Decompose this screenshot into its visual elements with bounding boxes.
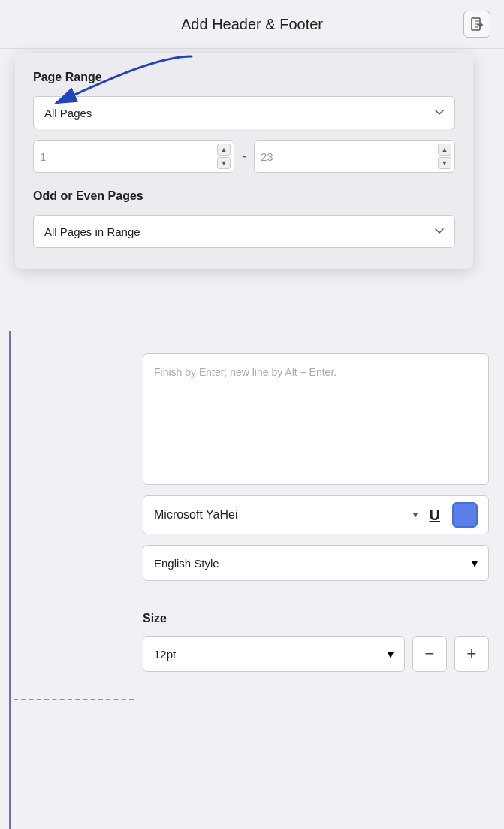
popup-panel: Page Range All Pages Custom Range ▲ ▼ - …	[15, 53, 473, 269]
style-label[interactable]: English Style	[154, 557, 472, 570]
size-section-label: Size	[143, 612, 489, 625]
size-increase-button[interactable]: +	[454, 636, 489, 672]
range-row: ▲ ▼ - ▲ ▼	[33, 140, 455, 173]
export-icon	[469, 17, 484, 32]
size-row: 12pt ▾ − +	[143, 636, 489, 672]
divider	[143, 595, 489, 595]
range-to-up[interactable]: ▲	[438, 144, 451, 156]
font-row: Microsoft YaHei ▾ U	[143, 495, 489, 534]
color-swatch-button[interactable]	[452, 502, 478, 528]
range-from-down[interactable]: ▼	[217, 157, 231, 169]
page-range-dropdown[interactable]: All Pages Custom Range	[33, 96, 455, 129]
dash-separator	[14, 699, 134, 700]
range-from-field[interactable]	[40, 150, 228, 163]
range-to-field[interactable]	[261, 150, 448, 163]
range-separator: -	[242, 149, 246, 165]
odd-even-dropdown[interactable]: All Pages in Range Odd Pages Only Even P…	[33, 215, 455, 248]
left-border	[9, 331, 11, 829]
font-name-label[interactable]: Microsoft YaHei	[154, 508, 406, 522]
range-to-input[interactable]: ▲ ▼	[254, 140, 455, 173]
style-chevron-icon: ▾	[472, 556, 478, 570]
range-from-up[interactable]: ▲	[217, 144, 231, 156]
size-decrease-button[interactable]: −	[412, 636, 447, 672]
range-from-input[interactable]: ▲ ▼	[33, 140, 234, 173]
page-range-label: Page Range	[33, 71, 455, 84]
range-from-spinners: ▲ ▼	[217, 144, 231, 169]
underline-button[interactable]: U	[425, 505, 445, 525]
odd-even-section: Odd or Even Pages All Pages in Range Odd…	[33, 189, 455, 248]
text-input-area[interactable]: Finish by Enter; new line by Alt + Enter…	[143, 353, 489, 485]
range-to-down[interactable]: ▼	[438, 157, 451, 169]
style-dropdown-row: English Style ▾	[143, 545, 489, 581]
header-title: Add Header & Footer	[181, 16, 323, 33]
text-placeholder: Finish by Enter; new line by Alt + Enter…	[154, 366, 337, 378]
size-select-box: 12pt ▾	[143, 636, 405, 672]
font-chevron-icon: ▾	[413, 510, 418, 520]
odd-even-label: Odd or Even Pages	[33, 189, 455, 203]
header-bar: Add Header & Footer	[0, 0, 504, 49]
export-icon-button[interactable]	[463, 11, 490, 38]
range-to-spinners: ▲ ▼	[438, 144, 451, 169]
size-chevron-icon: ▾	[388, 647, 394, 661]
right-panel: Finish by Enter; new line by Alt + Enter…	[143, 353, 489, 791]
size-value: 12pt	[154, 648, 388, 661]
